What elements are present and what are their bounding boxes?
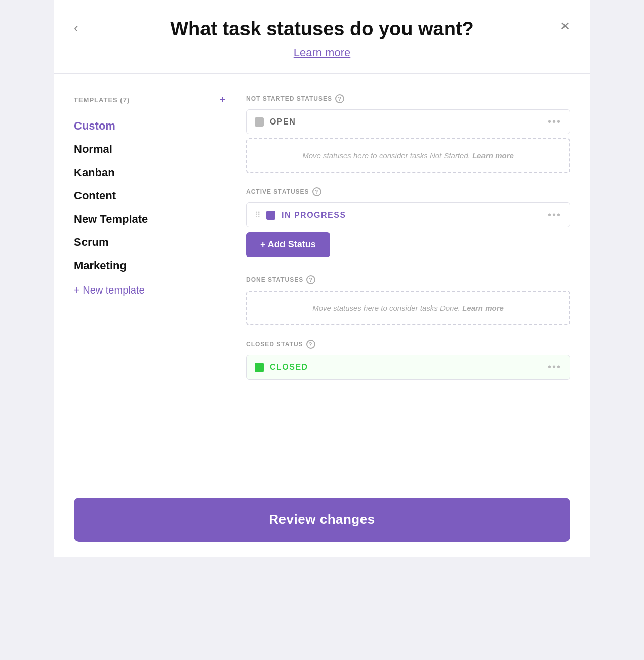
- add-template-icon[interactable]: +: [219, 94, 226, 105]
- drag-handle[interactable]: ⠿: [255, 210, 261, 220]
- done-header: DONE STATUSES ?: [246, 275, 570, 284]
- open-status-menu[interactable]: •••: [548, 116, 561, 128]
- done-label: DONE STATUSES: [246, 276, 303, 283]
- body: TEMPLATES (7) + Custom Normal Kanban Con…: [54, 74, 590, 462]
- templates-label: TEMPLATES (7): [74, 96, 130, 104]
- template-item-scrum[interactable]: Scrum: [74, 231, 226, 254]
- closed-header: CLOSED STATUS ?: [246, 340, 570, 349]
- active-label: ACTIVE STATUSES: [246, 188, 309, 195]
- statuses-panel: NOT STARTED STATUSES ? OPEN ••• Move sta…: [246, 94, 570, 462]
- footer: Review changes: [54, 482, 590, 557]
- done-drop-zone: Move statuses here to consider tasks Don…: [246, 291, 570, 325]
- template-item-custom[interactable]: Custom: [74, 114, 226, 138]
- add-status-button[interactable]: + Add Status: [246, 232, 330, 257]
- template-item-marketing[interactable]: Marketing: [74, 254, 226, 277]
- in-progress-status-name: IN PROGRESS: [281, 211, 548, 220]
- not-started-header: NOT STARTED STATUSES ?: [246, 94, 570, 103]
- header: ‹ What task statuses do you want? Learn …: [54, 0, 590, 73]
- back-button[interactable]: ‹: [74, 20, 78, 36]
- template-item-content[interactable]: Content: [74, 184, 226, 208]
- templates-header: TEMPLATES (7) +: [74, 94, 226, 105]
- not-started-help-icon[interactable]: ?: [335, 94, 344, 103]
- closed-status-name: CLOSED: [270, 363, 548, 372]
- template-item-normal[interactable]: Normal: [74, 138, 226, 161]
- add-status-container: + Add Status: [246, 232, 570, 261]
- open-status-name: OPEN: [270, 117, 548, 127]
- review-changes-button[interactable]: Review changes: [74, 498, 570, 542]
- closed-label: CLOSED STATUS: [246, 341, 303, 348]
- open-color-box: [255, 117, 264, 127]
- active-header: ACTIVE STATUSES ?: [246, 187, 570, 196]
- closed-help-icon[interactable]: ?: [306, 340, 315, 349]
- active-help-icon[interactable]: ?: [312, 187, 321, 196]
- learn-more-link[interactable]: Learn more: [294, 46, 351, 59]
- new-template-button[interactable]: + New template: [74, 284, 145, 296]
- closed-status-menu[interactable]: •••: [548, 361, 561, 373]
- modal: ‹ What task statuses do you want? Learn …: [54, 0, 590, 557]
- open-status-row: OPEN •••: [246, 109, 570, 134]
- close-button[interactable]: ✕: [560, 19, 570, 33]
- not-started-drop-zone: Move statuses here to consider tasks Not…: [246, 138, 570, 173]
- done-help-icon[interactable]: ?: [306, 275, 315, 284]
- template-item-new-template[interactable]: New Template: [74, 208, 226, 231]
- closed-status-row: CLOSED •••: [246, 355, 570, 380]
- templates-panel: TEMPLATES (7) + Custom Normal Kanban Con…: [74, 94, 226, 462]
- template-item-kanban[interactable]: Kanban: [74, 161, 226, 184]
- in-progress-status-menu[interactable]: •••: [548, 209, 561, 221]
- closed-color-box: [255, 363, 264, 372]
- page-title: What task statuses do you want?: [74, 18, 570, 40]
- in-progress-color-box: [266, 211, 275, 220]
- in-progress-status-row: ⠿ IN PROGRESS •••: [246, 202, 570, 227]
- not-started-label: NOT STARTED STATUSES: [246, 95, 332, 102]
